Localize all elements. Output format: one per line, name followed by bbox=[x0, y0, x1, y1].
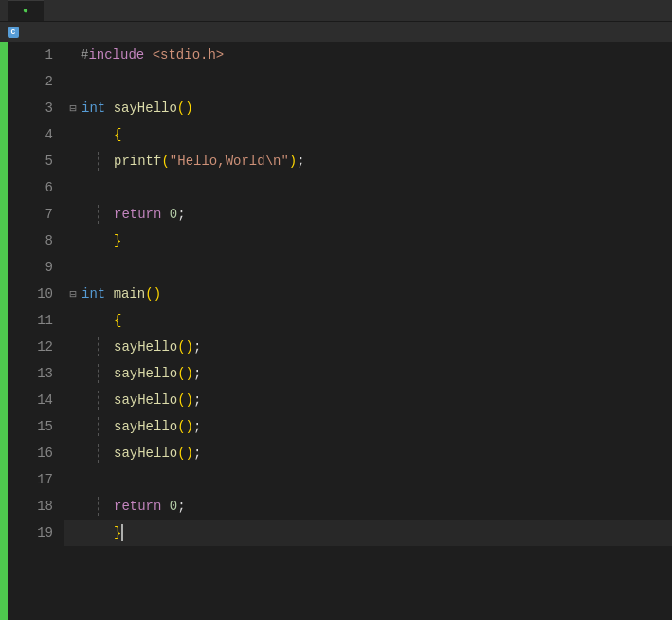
code-line bbox=[64, 174, 672, 201]
line-number: 9 bbox=[8, 254, 64, 281]
tab[interactable]: ● bbox=[8, 0, 44, 21]
line-number: 5 bbox=[8, 148, 64, 174]
code-line: } bbox=[64, 520, 672, 546]
line-number: 6 bbox=[8, 174, 64, 201]
code-line bbox=[64, 254, 672, 281]
line-number: 10 bbox=[8, 281, 64, 307]
line-number: 11 bbox=[8, 307, 64, 334]
title-bar: ● bbox=[0, 0, 672, 21]
tab-dot: ● bbox=[23, 6, 28, 16]
code-area[interactable]: #include <stdio.h>⊟int sayHello(){printf… bbox=[64, 42, 672, 620]
line-number: 3 bbox=[8, 95, 64, 121]
line-number: 12 bbox=[8, 334, 64, 360]
line-number: 8 bbox=[8, 228, 64, 254]
line-numbers: 12345678910111213141516171819 bbox=[8, 42, 64, 620]
code-line: return 0; bbox=[64, 493, 672, 520]
breadcrumb-bar: C bbox=[0, 21, 672, 42]
line-number: 14 bbox=[8, 387, 64, 413]
code-line: printf("Hello,World\n"); bbox=[64, 148, 672, 174]
code-line: sayHello(); bbox=[64, 413, 672, 440]
line-number: 7 bbox=[8, 201, 64, 228]
line-number: 4 bbox=[8, 121, 64, 148]
code-line: sayHello(); bbox=[64, 440, 672, 466]
code-line bbox=[64, 68, 672, 95]
line-number: 19 bbox=[8, 520, 64, 546]
code-line: return 0; bbox=[64, 201, 672, 228]
code-line: #include <stdio.h> bbox=[64, 42, 672, 68]
code-line: sayHello(); bbox=[64, 334, 672, 360]
line-number: 1 bbox=[8, 42, 64, 68]
line-number: 15 bbox=[8, 413, 64, 440]
line-number: 2 bbox=[8, 68, 64, 95]
gutter bbox=[0, 42, 8, 620]
breadcrumb-icon: C bbox=[8, 27, 19, 38]
code-line: } bbox=[64, 228, 672, 254]
code-line: sayHello(); bbox=[64, 360, 672, 387]
line-number: 13 bbox=[8, 360, 64, 387]
code-line: { bbox=[64, 307, 672, 334]
line-number: 16 bbox=[8, 440, 64, 466]
text-cursor bbox=[121, 524, 123, 541]
line-number: 18 bbox=[8, 493, 64, 520]
line-number: 17 bbox=[8, 466, 64, 493]
code-line: ⊟int main() bbox=[64, 281, 672, 307]
code-line bbox=[64, 466, 672, 493]
code-line: sayHello(); bbox=[64, 387, 672, 413]
code-line: { bbox=[64, 121, 672, 148]
editor-area[interactable]: 12345678910111213141516171819 #include <… bbox=[0, 42, 672, 620]
code-line: ⊟int sayHello() bbox=[64, 95, 672, 121]
